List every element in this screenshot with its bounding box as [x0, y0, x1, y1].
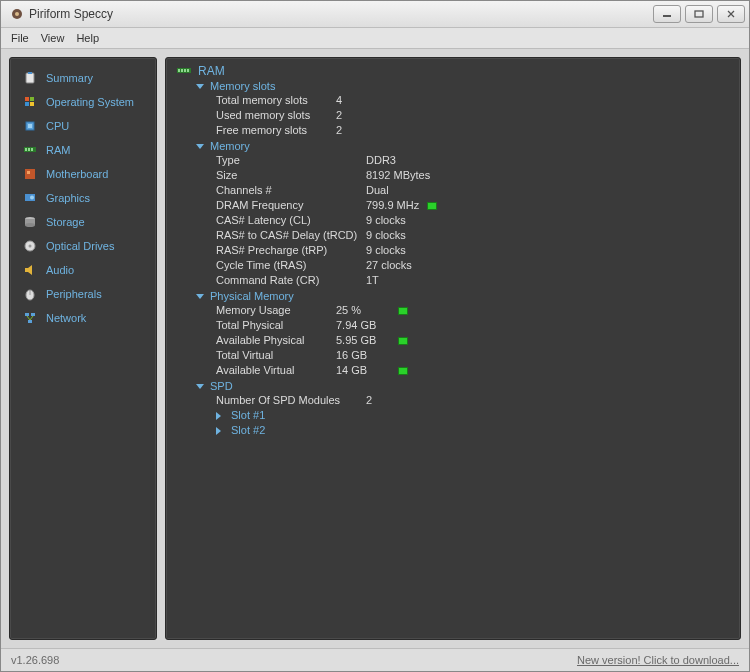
label: Available Physical	[216, 333, 336, 348]
sidebar-item-cpu[interactable]: CPU	[16, 114, 150, 138]
row-total-slots: Total memory slots4	[216, 93, 730, 108]
section-spd[interactable]: SPD	[196, 380, 730, 392]
version-text: v1.26.698	[11, 654, 59, 666]
svg-rect-2	[663, 15, 671, 17]
sidebar-item-network[interactable]: Network	[16, 306, 150, 330]
row-avail-physical: Available Physical5.95 GB	[216, 333, 730, 348]
svg-rect-32	[28, 320, 32, 323]
maximize-button[interactable]	[685, 5, 713, 23]
motherboard-icon	[22, 166, 38, 182]
label: Number Of SPD Modules	[216, 393, 366, 408]
svg-rect-37	[181, 69, 183, 72]
svg-rect-31	[31, 313, 35, 316]
svg-rect-10	[25, 102, 29, 106]
sidebar-item-summary[interactable]: Summary	[16, 66, 150, 90]
svg-rect-7	[28, 72, 32, 74]
spd-subnodes: Slot #1 Slot #2	[216, 408, 730, 438]
sparkline-icon[interactable]	[398, 307, 408, 315]
section-title-label: Physical Memory	[210, 290, 294, 302]
sidebar-item-motherboard[interactable]: Motherboard	[16, 162, 150, 186]
svg-marker-27	[25, 265, 32, 275]
value: 7.94 GB	[336, 318, 376, 333]
sidebar-item-storage[interactable]: Storage	[16, 210, 150, 234]
sidebar-item-label: Storage	[46, 216, 85, 228]
content-heading[interactable]: RAM	[176, 64, 730, 78]
section-physical[interactable]: Physical Memory	[196, 290, 730, 302]
svg-line-33	[27, 316, 30, 320]
section-memory-slots[interactable]: Memory slots	[196, 80, 730, 92]
value: 16 GB	[336, 348, 367, 363]
speaker-icon	[22, 262, 38, 278]
row-trcd: RAS# to CAS# Delay (tRCD)9 clocks	[216, 228, 730, 243]
svg-rect-38	[184, 69, 186, 72]
value: 27 clocks	[366, 258, 412, 273]
section-title-label: Memory	[210, 140, 250, 152]
svg-rect-16	[28, 148, 30, 151]
sidebar: Summary Operating System CPU RAM Motherb…	[9, 57, 157, 640]
menu-view[interactable]: View	[41, 32, 65, 44]
row-spd-count: Number Of SPD Modules2	[216, 393, 730, 408]
svg-point-24	[25, 223, 35, 227]
row-tras: Cycle Time (tRAS)27 clocks	[216, 258, 730, 273]
update-link[interactable]: New version! Click to download...	[577, 654, 739, 666]
sparkline-icon[interactable]	[398, 337, 408, 345]
label: Used memory slots	[216, 108, 336, 123]
chevron-down-icon	[196, 294, 204, 299]
label: Available Virtual	[216, 363, 336, 378]
network-icon	[22, 310, 38, 326]
value: 9 clocks	[366, 228, 406, 243]
value: 25 %	[336, 303, 390, 318]
menu-file[interactable]: File	[11, 32, 29, 44]
sidebar-item-label: Graphics	[46, 192, 90, 204]
label: Cycle Time (tRAS)	[216, 258, 366, 273]
spd-slot-1[interactable]: Slot #1	[216, 408, 730, 423]
clipboard-icon	[22, 70, 38, 86]
sidebar-item-ram[interactable]: RAM	[16, 138, 150, 162]
sidebar-item-label: Motherboard	[46, 168, 108, 180]
sidebar-item-os[interactable]: Operating System	[16, 90, 150, 114]
graphics-icon	[22, 190, 38, 206]
menubar: File View Help	[1, 28, 749, 49]
sidebar-item-optical[interactable]: Optical Drives	[16, 234, 150, 258]
sidebar-item-label: Summary	[46, 72, 93, 84]
sparkline-icon[interactable]	[427, 202, 437, 210]
section-memory[interactable]: Memory	[196, 140, 730, 152]
row-type: TypeDDR3	[216, 153, 730, 168]
close-button[interactable]	[717, 5, 745, 23]
minimize-button[interactable]	[653, 5, 681, 23]
label: RAS# Precharge (tRP)	[216, 243, 366, 258]
spd-group: Number Of SPD Modules2	[216, 393, 730, 408]
label: Channels #	[216, 183, 366, 198]
row-used-slots: Used memory slots2	[216, 108, 730, 123]
value: Dual	[366, 183, 389, 198]
sidebar-item-peripherals[interactable]: Peripherals	[16, 282, 150, 306]
sidebar-item-label: Optical Drives	[46, 240, 114, 252]
cpu-icon	[22, 118, 38, 134]
window-title: Piriform Speccy	[29, 7, 113, 21]
sidebar-item-label: Audio	[46, 264, 74, 276]
value: 9 clocks	[366, 243, 406, 258]
svg-point-1	[15, 12, 19, 16]
label: CAS# Latency (CL)	[216, 213, 366, 228]
sidebar-item-label: Operating System	[46, 96, 134, 108]
sidebar-item-audio[interactable]: Audio	[16, 258, 150, 282]
value: 2	[336, 123, 342, 138]
label: RAS# to CAS# Delay (tRCD)	[216, 228, 366, 243]
menu-help[interactable]: Help	[76, 32, 99, 44]
chevron-down-icon	[196, 84, 204, 89]
sidebar-item-graphics[interactable]: Graphics	[16, 186, 150, 210]
spd-slot-2[interactable]: Slot #2	[216, 423, 730, 438]
svg-line-34	[30, 316, 33, 320]
label: DRAM Frequency	[216, 198, 366, 213]
svg-rect-13	[28, 124, 32, 128]
heading-label: RAM	[198, 64, 225, 78]
sparkline-icon[interactable]	[398, 367, 408, 375]
svg-rect-15	[25, 148, 27, 151]
svg-rect-9	[30, 97, 34, 101]
label: Size	[216, 168, 366, 183]
subnode-label: Slot #2	[231, 423, 265, 438]
sidebar-item-label: Network	[46, 312, 86, 324]
sidebar-item-label: RAM	[46, 144, 70, 156]
value: 9 clocks	[366, 213, 406, 228]
value: 4	[336, 93, 342, 108]
